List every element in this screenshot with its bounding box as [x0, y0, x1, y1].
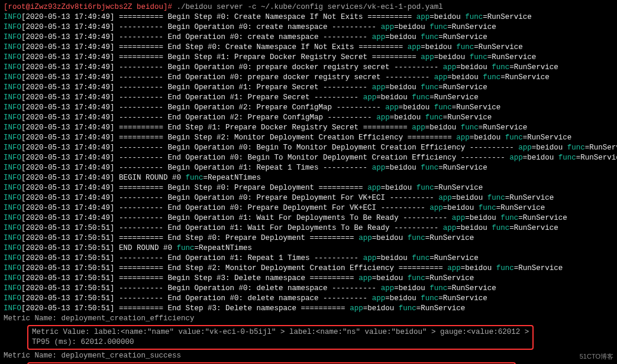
app-key: app: [367, 184, 381, 192]
func-key: func: [399, 304, 416, 313]
app-value: beidou: [438, 53, 470, 61]
app-value: beidou: [385, 184, 416, 192]
func-value: RunService: [509, 194, 554, 202]
func-key: func: [567, 144, 585, 152]
log-suffix: ----------: [461, 154, 510, 162]
log-message: Begin Operation #0: Begin To Monitor Dep…: [163, 144, 470, 152]
log-message: Begin Operation #1: Prepare Secret: [163, 83, 323, 92]
log-timestamp: [2020-05-13 17:50:51]: [21, 264, 119, 272]
func-value: RunService: [421, 304, 465, 313]
log-line: INFO[2020-05-13 17:49:49] ---------- Beg…: [4, 143, 613, 153]
log-line: INFO[2020-05-13 17:49:49] ---------- Beg…: [4, 193, 613, 203]
app-value: beidou: [536, 144, 567, 152]
app-value: beidou: [425, 43, 457, 51]
log-message: END ROUND #0: [119, 244, 177, 252]
func-value: RunService: [443, 164, 487, 172]
log-prefix: ----------: [119, 194, 163, 202]
log-level: INFO: [4, 33, 21, 41]
log-line: INFO[2020-05-13 17:49:49] ---------- Beg…: [4, 22, 613, 32]
log-level: INFO: [4, 294, 21, 303]
log-timestamp: [2020-05-13 17:49:49]: [21, 154, 119, 162]
log-level: INFO: [4, 73, 21, 82]
func-value: RunService: [479, 43, 523, 51]
log-message: Begin Operation #1: Repeat 1 Times: [163, 164, 323, 172]
log-line: INFO[2020-05-13 17:49:49] ---------- Beg…: [4, 163, 613, 173]
app-key: app: [447, 264, 461, 272]
log-timestamp: [2020-05-13 17:49:49]: [21, 93, 119, 102]
app-key: app: [518, 144, 532, 152]
log-message: End Operation #0: prepare docker registr…: [163, 73, 385, 82]
log-prefix: ----------: [119, 214, 163, 222]
app-key: app: [408, 43, 421, 51]
metric-tp95-line: TP95 (ms): 62012.000000: [32, 337, 529, 347]
log-level: INFO: [4, 124, 21, 132]
func-key: func: [492, 63, 509, 72]
log-level: INFO: [4, 154, 21, 162]
app-value: beidou: [456, 194, 487, 202]
func-key: func: [421, 164, 438, 172]
func-key: func: [505, 134, 523, 142]
app-key: app: [372, 33, 386, 41]
func-value: RunService: [514, 63, 558, 72]
app-key: app: [358, 234, 372, 242]
app-key: app: [443, 63, 457, 72]
log-message: End Step #3: Delete namespace: [163, 304, 301, 313]
app-key: app: [421, 53, 434, 61]
metric-highlight-box: Metric Value: label:<name:"name" value:"…: [27, 325, 534, 350]
command-text[interactable]: ./beidou server -c ~/.kube/config servic…: [177, 3, 443, 11]
app-key: app: [452, 214, 466, 222]
log-line: INFO[2020-05-13 17:49:49] ========== End…: [4, 123, 613, 133]
log-suffix: ----------: [394, 63, 443, 72]
func-value: RunService: [443, 83, 487, 92]
log-suffix: ==========: [358, 43, 408, 51]
func-value: RunService: [523, 214, 567, 222]
log-message: End Operation #0: Prepare Deployment For…: [163, 204, 381, 212]
app-value: beidou: [390, 164, 421, 172]
func-key: func: [496, 264, 514, 272]
func-value: RunService: [492, 53, 536, 61]
func-key: func: [487, 194, 505, 202]
func-key: func: [500, 214, 518, 222]
func-key: func: [408, 234, 425, 242]
log-message: Begin Operation #1: Wait For Deployments…: [163, 214, 403, 222]
app-value: beidou: [376, 234, 408, 242]
log-message: End Step #1: Prepare Docker Registry Sec…: [163, 124, 363, 132]
log-timestamp: [2020-05-13 17:49:49]: [21, 214, 119, 222]
app-key: app: [429, 204, 443, 212]
func-key: func: [421, 294, 438, 303]
func-key: func: [461, 124, 479, 132]
log-suffix: ----------: [394, 224, 443, 232]
log-suffix: ----------: [314, 254, 363, 262]
log-level: INFO: [4, 23, 21, 31]
app-value: beidou: [470, 214, 501, 222]
log-prefix: ----------: [119, 33, 163, 41]
log-level: INFO: [4, 113, 21, 122]
log-level: INFO: [4, 83, 21, 92]
func-value: RunService: [447, 113, 492, 122]
log-suffix: ==========: [301, 304, 350, 313]
log-level: INFO: [4, 244, 21, 252]
func-key: func: [470, 53, 487, 61]
func-value: RunService: [580, 154, 617, 162]
log-level: INFO: [4, 204, 21, 212]
log-timestamp: [2020-05-13 17:49:49]: [21, 184, 119, 192]
log-level: INFO: [4, 194, 21, 202]
log-line: INFO[2020-05-13 17:49:49] ---------- End…: [4, 203, 613, 213]
log-suffix: ----------: [323, 294, 372, 303]
app-key: app: [376, 113, 390, 122]
func-value: RunService: [443, 33, 487, 41]
metric-value-line: Metric Value: label:<name:"name" value:"…: [32, 327, 529, 337]
log-message: End Operation #0: create namespace: [163, 33, 323, 41]
func-key: func: [412, 254, 429, 262]
log-prefix: ----------: [119, 164, 163, 172]
log-message: Begin Step #1: Prepare Docker Registry S…: [163, 53, 372, 61]
log-suffix: ----------: [314, 93, 363, 102]
log-suffix: ==========: [319, 184, 368, 192]
func-value: RepeatNTimes: [199, 244, 252, 252]
log-timestamp: [2020-05-13 17:50:51]: [21, 284, 119, 292]
log-timestamp: [2020-05-13 17:49:49]: [21, 33, 119, 41]
func-value: RunService: [514, 224, 558, 232]
app-key: app: [434, 73, 448, 82]
log-timestamp: [2020-05-13 17:49:49]: [21, 204, 119, 212]
func-key: func: [177, 244, 195, 252]
